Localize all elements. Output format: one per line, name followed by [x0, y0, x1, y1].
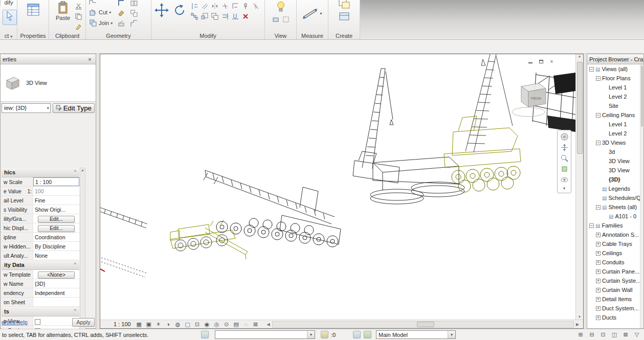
property-value[interactable]: 100: [33, 187, 79, 195]
panel-label-geometry[interactable]: Geometry: [86, 33, 151, 39]
panel-label-modify[interactable]: Modify: [151, 33, 264, 39]
tree-item-conduits[interactable]: +Conduits: [587, 258, 640, 267]
collapse-section-icon[interactable]: ^: [74, 262, 77, 269]
model-canvas[interactable]: × FRON ▾: [100, 54, 575, 320]
wall-joins-icon[interactable]: [129, 19, 138, 28]
temporary-hide-isolate-icon[interactable]: ◉: [203, 321, 211, 328]
collapse-node-icon[interactable]: −: [596, 113, 601, 118]
analytical-model-icon[interactable]: ◌: [242, 321, 250, 328]
property-value[interactable]: Coordination: [33, 233, 79, 241]
property-value[interactable]: 1 : 100: [33, 177, 79, 186]
scroll-up-icon[interactable]: ▲: [81, 168, 84, 172]
tree-item-3d[interactable]: {3D}: [587, 175, 640, 184]
tree-item-families[interactable]: −▤Families: [587, 221, 640, 230]
tree-item-ducts[interactable]: +Ducts: [587, 313, 640, 322]
worksets-dropdown[interactable]: ▾: [215, 330, 315, 339]
reveal-hidden-icon[interactable]: ◎: [213, 321, 221, 328]
filter-icon[interactable]: ▽: [633, 331, 641, 338]
mirror-icon[interactable]: [210, 2, 219, 10]
property-value[interactable]: By Discipline: [33, 242, 79, 251]
edit-button[interactable]: Edit...: [38, 216, 75, 223]
select-pinned-icon[interactable]: ⊡: [599, 331, 607, 338]
align-bottom-icon[interactable]: [231, 12, 239, 20]
panel-label-view[interactable]: View: [265, 33, 296, 39]
apply-button[interactable]: Apply: [72, 318, 95, 327]
split-element-icon[interactable]: [220, 2, 229, 10]
edit-button[interactable]: Edit...: [38, 225, 75, 232]
expand-node-icon[interactable]: +: [596, 242, 601, 246]
hide-elements-icon[interactable]: [271, 15, 280, 24]
move-icon[interactable]: [154, 2, 169, 19]
panel-label-select[interactable]: ct ▾: [0, 33, 17, 39]
tree-item-sheets-all[interactable]: −▤Sheets (all): [587, 202, 640, 212]
property-value[interactable]: Edit...: [33, 214, 79, 223]
reveal-hidden-elements-icon[interactable]: [275, 1, 286, 13]
full-navigation-wheel-icon[interactable]: [560, 132, 569, 141]
expand-node-icon[interactable]: +: [596, 233, 601, 237]
property-value[interactable]: None: [33, 251, 79, 260]
tree-item-ceilings[interactable]: +Ceilings: [587, 248, 640, 258]
collapse-section-icon[interactable]: ^: [74, 308, 77, 316]
tree-item-level-2[interactable]: Level 2: [587, 92, 640, 101]
detail-level-icon[interactable]: ▦: [135, 321, 143, 328]
shadows-icon[interactable]: ◑: [164, 321, 172, 328]
project-browser-scroll-thumb[interactable]: [641, 65, 643, 127]
design-option-dropdown[interactable]: Main Model ▾: [376, 330, 456, 339]
scroll-down-icon[interactable]: ▼: [578, 315, 582, 319]
worksets-icon[interactable]: [201, 331, 209, 338]
collapse-node-icon[interactable]: −: [589, 67, 594, 72]
tree-item-3d[interactable]: 3d: [587, 147, 640, 156]
trim-extend-icon[interactable]: [231, 2, 239, 10]
expand-node-icon[interactable]: +: [596, 260, 601, 265]
pan-icon[interactable]: [560, 143, 569, 151]
property-value[interactable]: {3D}: [33, 279, 79, 288]
crop-view-icon[interactable]: ▢: [184, 321, 192, 328]
view-minimize-button[interactable]: [527, 58, 534, 64]
tree-item-views-all[interactable]: −▤Views (all): [587, 64, 640, 74]
property-value[interactable]: Show Origi...: [33, 205, 79, 214]
rendering-icon[interactable]: ◍: [174, 321, 182, 328]
scroll-right-icon[interactable]: ▶: [574, 322, 581, 327]
align-right-icon[interactable]: [220, 12, 229, 20]
vertical-scroll-thumb[interactable]: [577, 62, 583, 154]
zoom-icon[interactable]: [560, 154, 569, 162]
view-restore-button[interactable]: [538, 58, 544, 64]
orbit-icon[interactable]: [560, 165, 569, 173]
align-icon[interactable]: [190, 2, 198, 10]
collapse-section-icon[interactable]: ^: [74, 169, 77, 177]
panel-label-create[interactable]: Create: [328, 33, 360, 39]
unjoin-icon[interactable]: [129, 9, 138, 17]
type-selector-combo[interactable]: iew: {3D} ▾: [2, 103, 51, 113]
tree-item-a101-0[interactable]: ▤A101 - 0: [587, 212, 640, 221]
visual-style-icon[interactable]: ▣: [145, 321, 153, 328]
sun-path-icon[interactable]: ☀: [154, 321, 163, 328]
paint-icon[interactable]: [117, 9, 125, 17]
paste-button[interactable]: Paste: [52, 1, 74, 27]
delete-icon[interactable]: [241, 12, 250, 20]
property-value[interactable]: [33, 298, 79, 306]
property-value[interactable]: Independent: [33, 288, 79, 297]
tree-item-schedules-qu[interactable]: ▤Schedules/Qu...: [587, 193, 640, 202]
create-similar-icon[interactable]: [338, 11, 350, 22]
apply-coping-icon[interactable]: [117, 0, 125, 7]
temporary-view-properties-icon[interactable]: ▤: [232, 321, 240, 328]
override-graphics-icon[interactable]: [281, 15, 290, 24]
cope-icon[interactable]: [88, 0, 97, 6]
tree-item-site[interactable]: Site: [587, 101, 640, 110]
select-underlay-icon[interactable]: ⊟: [588, 331, 596, 338]
design-options-edit-icon[interactable]: [364, 331, 371, 338]
properties-button[interactable]: [21, 3, 45, 29]
rotate-icon[interactable]: [172, 2, 187, 19]
cut-to-clipboard-icon[interactable]: [74, 2, 83, 11]
scroll-left-icon[interactable]: ◀: [265, 322, 272, 327]
property-value[interactable]: <None>: [33, 270, 79, 279]
join-geometry-button[interactable]: Join▾: [88, 18, 113, 28]
offset-icon[interactable]: [200, 2, 209, 10]
unpin-icon[interactable]: [251, 2, 260, 10]
design-options-icon[interactable]: [353, 331, 361, 338]
tree-item-curtain-pane[interactable]: +Curtain Pane...: [587, 267, 640, 276]
tree-item-ceiling-plans[interactable]: −Ceiling Plans: [587, 110, 640, 120]
expand-node-icon[interactable]: +: [596, 269, 601, 274]
pin-icon[interactable]: [241, 2, 250, 10]
editable-only-icon[interactable]: [321, 331, 328, 338]
